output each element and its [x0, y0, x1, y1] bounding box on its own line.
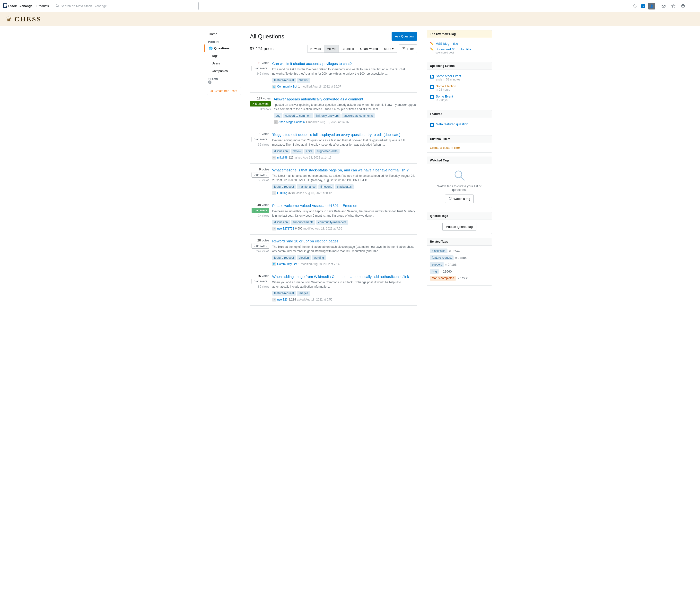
tag[interactable]: maintenance — [297, 184, 318, 189]
tab-more[interactable]: More ▾ — [381, 45, 397, 52]
tag[interactable]: timezone — [318, 184, 334, 189]
votes-count: 137 votes — [257, 97, 271, 100]
hamburger-button[interactable] — [688, 2, 697, 10]
tag[interactable]: bug — [430, 269, 439, 274]
achievements-button[interactable] — [669, 2, 678, 10]
tab-newest[interactable]: Newest — [307, 45, 324, 52]
overflow-blog-header: The Overflow Blog — [427, 30, 492, 38]
pencil-icon: ✏️ — [430, 47, 433, 51]
tag[interactable]: bug — [274, 113, 282, 118]
tag-count: × 24584 — [455, 256, 467, 260]
pencil-icon: ✏️ — [430, 42, 433, 45]
tag[interactable]: status-completed — [430, 276, 456, 281]
meta-user[interactable]: Luuklag — [277, 191, 287, 195]
featured-link[interactable]: Meta featured question — [436, 122, 468, 126]
sidebar-item-companies[interactable]: Companies — [204, 67, 244, 75]
tag[interactable]: convert-to-comment — [283, 113, 313, 118]
tag[interactable]: edits — [304, 149, 314, 154]
sidebar-item-users[interactable]: Users — [204, 59, 244, 67]
question-title[interactable]: Can we limit chatbot accounts' privilege… — [272, 61, 417, 66]
meta-user[interactable]: mikyll98 — [277, 156, 288, 159]
tag[interactable]: feature-request — [430, 255, 453, 260]
avatar: 🌐 — [272, 262, 276, 266]
create-free-team-button[interactable]: ⊕ Create free Team — [207, 87, 241, 95]
teams-info-icon[interactable]: i — [208, 80, 211, 84]
tag[interactable]: feature-request — [272, 291, 296, 296]
meta-action: asked Aug 18, 2022 at 8:12 — [296, 191, 332, 195]
site-logo-link[interactable]: Stack Exchange — [3, 3, 32, 8]
tag[interactable]: wording — [312, 255, 326, 260]
votes-count: -11 votes — [256, 61, 269, 65]
site-logo: ♛ CHESS — [6, 15, 42, 23]
event-name[interactable]: Some other Event — [436, 74, 461, 78]
event-name[interactable]: Some Event — [436, 95, 453, 98]
sidebar-item-tags[interactable]: Tags — [204, 52, 244, 59]
search-input[interactable] — [61, 4, 196, 8]
help-button[interactable] — [679, 2, 688, 10]
tag[interactable]: images — [297, 291, 310, 296]
question-title[interactable]: Answer appears automatically converted a… — [274, 97, 417, 102]
tag[interactable]: review — [291, 149, 303, 154]
meta-user[interactable]: user123 — [277, 298, 288, 301]
tag[interactable]: feature-request — [272, 255, 296, 260]
tag[interactable]: suggested-edits — [315, 149, 340, 154]
watched-tags-body: Watch tags to curate your list of questi… — [427, 164, 492, 208]
filter-button[interactable]: Filter — [399, 45, 417, 53]
blog-link[interactable]: MSE blog -- title — [435, 42, 458, 46]
question-excerpt: I've tried editing more than 20 question… — [272, 138, 417, 147]
tag[interactable]: discussion — [272, 220, 290, 225]
avatar: L — [272, 191, 276, 195]
create-filter-link[interactable]: Create a custom filter — [430, 146, 460, 149]
tag[interactable]: discussion — [430, 248, 447, 254]
watch-tag-button[interactable]: Watch a tag — [445, 194, 474, 203]
upcoming-events-body: Some other Event ends in 59 minutes Some… — [427, 70, 492, 106]
add-ignored-tag-button[interactable]: Add an ignored tag — [442, 223, 476, 231]
question-title[interactable]: When adding image from Wikimedia Commons… — [272, 274, 417, 279]
reputation-badge[interactable]: 5 — [640, 2, 646, 10]
ask-question-button[interactable]: Ask Question — [392, 32, 417, 41]
diamond-button[interactable] — [630, 2, 639, 10]
question-title[interactable]: Please welcome Valued Associate #1301 – … — [272, 203, 417, 208]
tab-unanswered[interactable]: Unanswered — [357, 45, 381, 52]
tab-active[interactable]: Active — [324, 45, 339, 52]
inbox-button[interactable] — [659, 2, 668, 10]
tag[interactable]: community-managers — [316, 220, 348, 225]
eye-icon — [449, 197, 452, 201]
question-title[interactable]: Reword "and 18 or up" on election pages — [272, 239, 417, 244]
sidebar-item-questions[interactable]: 🌐 Questions — [204, 45, 244, 52]
avatar: A — [274, 120, 278, 124]
avatar: m — [272, 155, 276, 160]
question-title[interactable]: 'Suggested edit queue is full' displayed… — [272, 132, 417, 137]
tag[interactable]: answers-as-comments — [342, 113, 375, 118]
blog-link[interactable]: Sponsored MSE blog title — [435, 47, 471, 51]
avatar-image: 👤 — [648, 3, 655, 9]
meta-user[interactable]: user1271772 — [277, 227, 294, 230]
tag[interactable]: election — [297, 255, 310, 260]
products-menu[interactable]: Products — [34, 3, 51, 9]
tag[interactable]: feature-request — [272, 78, 296, 83]
tag[interactable]: link-only-answers — [314, 113, 341, 118]
tag[interactable]: chatbot — [297, 78, 310, 83]
ignored-tags-header: Ignored Tags — [427, 212, 492, 220]
meta-rep: 32.8k — [288, 191, 295, 195]
svg-rect-2 — [4, 5, 6, 6]
meta-rep: 1,234 — [289, 298, 296, 301]
question-title[interactable]: What timezone is that stack-status page … — [272, 168, 417, 173]
list-item: feature-request × 24584 — [430, 255, 489, 260]
tag[interactable]: discussion — [272, 149, 290, 154]
event-time: ends in 59 minutes — [436, 78, 461, 81]
tab-bountied[interactable]: Bountied — [339, 45, 357, 52]
user-avatar-button[interactable]: 👤 2 — [647, 2, 658, 10]
featured-body: Meta featured question — [427, 118, 492, 131]
tag[interactable]: feature-request — [272, 184, 296, 189]
tag[interactable]: support — [430, 262, 444, 267]
event-name[interactable]: Some Election — [436, 85, 456, 88]
meta-user[interactable]: Community — [277, 262, 292, 266]
tag[interactable]: stackstatus — [335, 184, 354, 189]
meta-user[interactable]: Community — [277, 85, 292, 88]
upcoming-events-widget: Upcoming Events Some other Event ends in… — [427, 62, 492, 106]
sidebar-item-home[interactable]: Home — [204, 30, 244, 38]
meta-user[interactable]: Ansh Singh Sonkhia — [278, 120, 305, 124]
views-count: 36 views — [258, 143, 269, 146]
tag[interactable]: announcements — [291, 220, 315, 225]
